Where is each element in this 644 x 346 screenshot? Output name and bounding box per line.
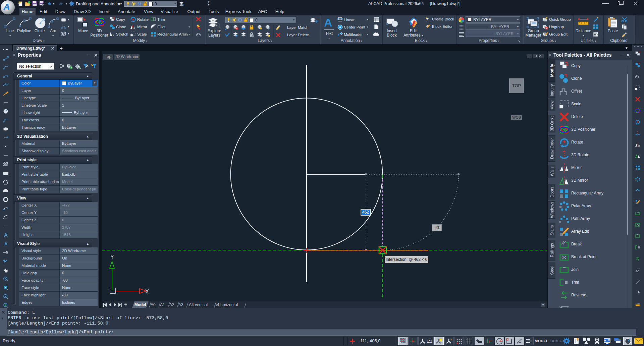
svg-text:Y: Y <box>110 254 114 260</box>
svg-text:X: X <box>145 289 149 294</box>
svg-text:+: + <box>39 21 41 25</box>
svg-text:A: A <box>4 232 8 238</box>
svg-text:S: S <box>235 34 237 38</box>
svg-text:A: A <box>4 241 8 246</box>
